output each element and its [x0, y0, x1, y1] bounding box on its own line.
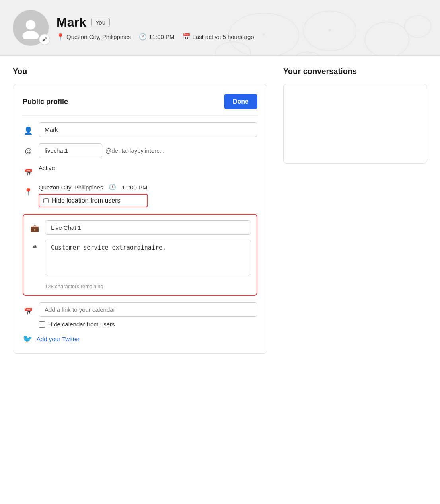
hide-calendar-label: Hide calendar from users [48, 321, 115, 328]
status-calendar-icon: 📅 [23, 164, 34, 177]
briefcase-icon: 💼 [29, 220, 40, 233]
hide-calendar-wrapper: Hide calendar from users [23, 321, 257, 328]
header-time: 🕐 11:00 PM [139, 33, 174, 41]
right-section-title: Your conversations [283, 67, 427, 76]
hide-calendar-label-wrapper[interactable]: Hide calendar from users [39, 321, 257, 328]
main-content: You Public profile Done 👤 @ @dental-layb… [0, 56, 440, 365]
status-text: Active [39, 161, 55, 171]
header-meta: 📍 Quezon City, Philippines 🕐 11:00 PM 📅 … [56, 33, 254, 41]
svg-point-7 [263, 33, 265, 36]
svg-point-10 [22, 31, 39, 39]
status-row: 📅 Active [23, 164, 257, 177]
location-line: Quezon City, Philippines 🕐 11:00 PM [39, 184, 148, 191]
add-twitter-link[interactable]: Add your Twitter [37, 336, 80, 342]
name-field [39, 122, 257, 137]
header: Mark You 📍 Quezon City, Philippines 🕐 11… [0, 0, 440, 56]
location-row: 📍 Quezon City, Philippines 🕐 11:00 PM Hi… [23, 184, 257, 207]
live-chat-name-field [45, 220, 251, 235]
username-row: @ @dental-layby.interc... [23, 143, 257, 158]
left-panel: You Public profile Done 👤 @ @dental-layb… [13, 67, 267, 354]
username-field-group: @dental-layby.interc... [39, 143, 164, 158]
username-input[interactable] [39, 143, 102, 158]
location-time: 11:00 PM [122, 184, 147, 191]
card-title: Public profile [23, 98, 68, 106]
conversations-box [283, 84, 427, 164]
avatar-icon [19, 17, 42, 39]
status-field: Active [39, 164, 257, 172]
calendar-icon: 📅 [183, 33, 191, 41]
clock-icon: 🕐 [139, 33, 147, 41]
username-domain: @dental-layby.interc... [105, 147, 164, 154]
hide-location-label[interactable]: Hide location from users [52, 197, 121, 204]
location-text: Quezon City, Philippines [39, 184, 103, 191]
chars-remaining: 128 characters remaining [29, 283, 251, 289]
hide-location-checkbox-wrapper: Hide location from users [39, 194, 148, 207]
twitter-row: 🐦 Add your Twitter [23, 334, 257, 344]
live-chat-name-input[interactable] [45, 220, 251, 235]
location-icon: 📍 [56, 33, 64, 41]
svg-point-4 [216, 42, 251, 56]
calendar-row: 📅 Hide calendar from users [23, 302, 257, 328]
svg-point-5 [292, 52, 323, 56]
profile-card: Public profile Done 👤 @ @dental-layby.in… [13, 84, 267, 354]
pencil-icon [42, 37, 47, 42]
calendar-input-row: 📅 [23, 302, 257, 317]
hide-location-checkbox[interactable] [43, 198, 49, 203]
svg-point-9 [26, 20, 35, 29]
location-group: Quezon City, Philippines 🕐 11:00 PM Hide… [39, 184, 148, 207]
bio-row: ❝ Customer service extraordinaire. [29, 240, 251, 277]
header-name-row: Mark You [56, 15, 254, 30]
you-badge: You [91, 18, 110, 27]
name-row: 👤 [23, 122, 257, 137]
svg-point-3 [405, 16, 431, 37]
bio-field: Customer service extraordinaire. [45, 240, 251, 277]
svg-point-8 [329, 29, 331, 31]
name-input[interactable] [39, 122, 257, 137]
location-pin-icon: 📍 [23, 184, 34, 196]
at-icon: @ [23, 143, 34, 155]
live-chat-section: 💼 ❝ Customer service extraordinaire. 128… [23, 214, 257, 296]
done-button[interactable]: Done [224, 94, 257, 109]
location-clock-icon: 🕐 [109, 184, 116, 191]
header-last-active: 📅 Last active 5 hours ago [183, 33, 254, 41]
live-chat-name-row: 💼 [29, 220, 251, 235]
header-username: Mark [56, 15, 86, 30]
card-header: Public profile Done [23, 94, 257, 116]
calendar-input[interactable] [39, 302, 257, 317]
hide-calendar-checkbox[interactable] [39, 321, 45, 328]
twitter-icon: 🐦 [23, 334, 33, 344]
right-panel: Your conversations [267, 67, 427, 354]
bio-textarea[interactable]: Customer service extraordinaire. [45, 240, 251, 275]
svg-point-2 [365, 22, 409, 56]
left-section-title: You [13, 67, 267, 76]
live-chat-inner: 💼 ❝ Customer service extraordinaire. 128… [29, 220, 251, 289]
quote-icon: ❝ [29, 240, 40, 253]
calendar-link-icon: 📅 [23, 303, 34, 316]
header-location: 📍 Quezon City, Philippines [56, 33, 131, 41]
person-icon: 👤 [23, 122, 34, 135]
avatar-wrapper [13, 10, 49, 46]
header-info: Mark You 📍 Quezon City, Philippines 🕐 11… [56, 15, 254, 41]
edit-avatar-button[interactable] [39, 34, 50, 45]
